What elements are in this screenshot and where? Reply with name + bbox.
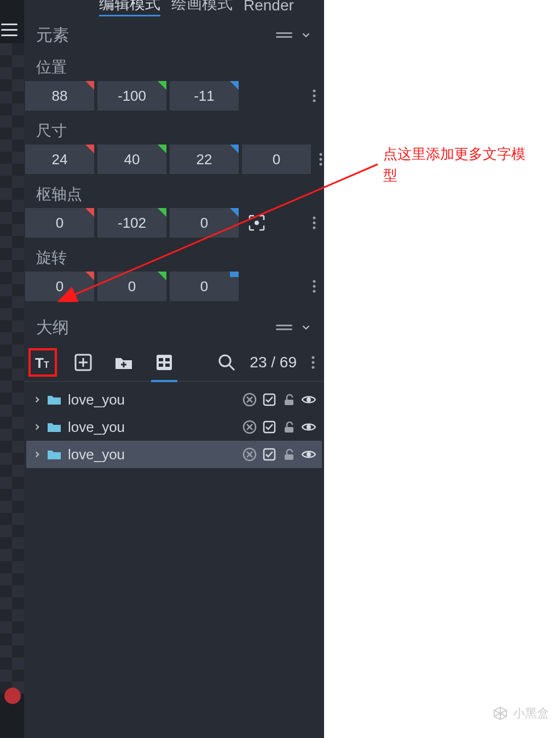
checkbox-icon[interactable]	[259, 390, 279, 410]
rotation-more-icon[interactable]	[308, 272, 321, 301]
expand-icon[interactable]	[31, 449, 44, 459]
pivot-label: 枢轴点	[24, 174, 324, 205]
rotation-y-input[interactable]: 0	[97, 272, 166, 301]
svg-point-10	[313, 280, 316, 283]
position-y-input[interactable]: -100	[97, 81, 166, 111]
outliner-item-name: love_you	[68, 446, 240, 463]
position-more-icon[interactable]	[308, 81, 321, 111]
outliner-row[interactable]: love_you	[26, 441, 322, 468]
svg-point-41	[307, 425, 311, 429]
svg-rect-24	[165, 364, 170, 367]
visibility-icon[interactable]	[299, 445, 319, 464]
section-outliner-title: 大纲	[36, 316, 276, 339]
svg-point-0	[313, 90, 316, 93]
lock-icon[interactable]	[279, 417, 299, 437]
size-y-input[interactable]: 40	[97, 145, 166, 174]
add-folder-button[interactable]	[109, 348, 138, 377]
svg-rect-23	[159, 364, 163, 367]
svg-point-5	[320, 163, 322, 166]
size-more-icon[interactable]	[314, 145, 327, 174]
remove-icon[interactable]	[240, 390, 259, 410]
svg-point-2	[313, 100, 316, 102]
position-x-input[interactable]: 88	[25, 81, 94, 111]
svg-point-3	[320, 153, 322, 156]
svg-point-12	[313, 290, 316, 293]
visibility-icon[interactable]	[299, 417, 319, 437]
rotation-label: 旋转	[24, 238, 324, 268]
organize-button[interactable]	[150, 348, 178, 377]
svg-point-1	[313, 95, 316, 97]
pivot-y-input[interactable]: -102	[97, 208, 166, 238]
svg-point-25	[220, 355, 230, 366]
svg-point-6	[255, 221, 259, 225]
tab-render[interactable]: Render	[244, 0, 294, 16]
svg-point-9	[313, 227, 316, 229]
center-pivot-icon[interactable]	[242, 208, 272, 238]
svg-line-26	[229, 365, 234, 370]
rotation-x-input[interactable]: 0	[25, 272, 94, 301]
svg-rect-40	[285, 427, 293, 433]
section-elements-title: 元素	[36, 24, 276, 47]
svg-rect-21	[159, 358, 163, 361]
tab-paint-mode[interactable]: 绘画模式	[171, 0, 233, 16]
size-w-input[interactable]: 0	[242, 145, 311, 174]
annotation-text: 点这里添加更多文字模型	[383, 143, 526, 186]
size-label: 尺寸	[24, 111, 324, 141]
collapse-elements-icon[interactable]	[300, 29, 312, 41]
expand-icon[interactable]	[31, 395, 44, 405]
collapse-outliner-icon[interactable]	[300, 321, 312, 333]
menu-icon[interactable]	[0, 21, 20, 38]
svg-rect-20	[157, 355, 172, 370]
outliner-more-icon[interactable]	[309, 356, 317, 369]
drag-handle-icon[interactable]	[276, 32, 292, 38]
lock-icon[interactable]	[279, 390, 299, 410]
record-button[interactable]	[4, 688, 21, 704]
folder-icon	[46, 446, 62, 463]
lock-icon[interactable]	[279, 445, 299, 464]
checkbox-icon[interactable]	[259, 417, 279, 437]
search-icon[interactable]	[216, 348, 238, 377]
svg-text:T: T	[35, 355, 44, 371]
outliner-row[interactable]: love_you	[26, 386, 322, 413]
add-text-button[interactable]: TT	[28, 348, 57, 377]
svg-point-47	[307, 452, 311, 457]
drag-handle-icon[interactable]	[276, 325, 292, 330]
pivot-z-input[interactable]: 0	[170, 208, 239, 238]
expand-icon[interactable]	[31, 422, 44, 432]
svg-point-8	[313, 222, 316, 224]
remove-icon[interactable]	[240, 417, 259, 437]
size-z-input[interactable]: 22	[170, 145, 239, 174]
svg-point-27	[312, 356, 315, 359]
position-label: 位置	[24, 47, 324, 78]
size-x-input[interactable]: 24	[25, 145, 94, 174]
outliner-item-name: love_you	[68, 419, 240, 436]
checkerboard-bg	[0, 43, 24, 694]
remove-icon[interactable]	[240, 445, 259, 464]
svg-rect-46	[285, 454, 293, 460]
pivot-x-input[interactable]: 0	[25, 208, 94, 238]
folder-icon	[46, 419, 62, 435]
outliner-item-name: love_you	[68, 391, 240, 408]
svg-rect-22	[165, 358, 170, 361]
outliner-count: 23 / 69	[250, 354, 297, 371]
svg-rect-34	[285, 400, 293, 405]
svg-point-11	[313, 285, 316, 288]
outliner-row[interactable]: love_you	[26, 413, 322, 441]
watermark: 小黑盒	[492, 705, 549, 722]
svg-point-28	[312, 361, 315, 364]
svg-point-35	[307, 397, 311, 402]
svg-point-4	[320, 158, 322, 161]
checkbox-icon[interactable]	[259, 445, 279, 464]
svg-text:T: T	[44, 360, 49, 370]
visibility-icon[interactable]	[299, 390, 319, 410]
pivot-more-icon[interactable]	[308, 208, 321, 238]
svg-point-7	[313, 217, 316, 220]
rotation-z-input[interactable]: 0	[170, 272, 239, 301]
folder-icon	[46, 391, 62, 408]
tab-edit-mode[interactable]: 编辑模式	[99, 0, 160, 16]
position-z-input[interactable]: -11	[170, 81, 239, 111]
add-element-button[interactable]	[69, 348, 97, 377]
svg-point-29	[312, 366, 315, 369]
